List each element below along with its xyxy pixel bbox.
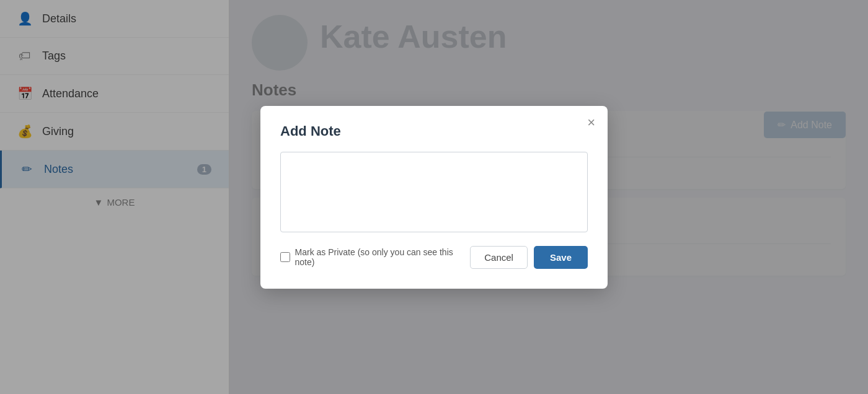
modal-close-button[interactable]: ×	[587, 116, 595, 129]
private-checkbox-label[interactable]: Mark as Private (so only you can see thi…	[280, 247, 470, 267]
note-textarea[interactable]	[280, 152, 588, 232]
cancel-button[interactable]: Cancel	[470, 246, 528, 269]
add-note-modal: Add Note × Mark as Private (so only you …	[260, 106, 608, 289]
private-label-text: Mark as Private (so only you can see thi…	[295, 247, 471, 267]
modal-footer: Mark as Private (so only you can see thi…	[280, 246, 588, 269]
modal-title: Add Note	[280, 123, 588, 139]
modal-overlay: Add Note × Mark as Private (so only you …	[0, 0, 868, 394]
private-checkbox[interactable]	[280, 252, 290, 262]
save-button[interactable]: Save	[534, 246, 588, 269]
modal-actions: Cancel Save	[470, 246, 588, 269]
